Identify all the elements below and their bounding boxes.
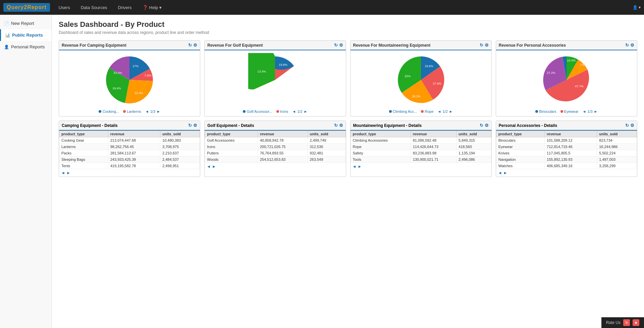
app-logo[interactable]: Query2Report (3, 3, 50, 12)
camping-legend-label-2: Lanterns (127, 109, 141, 113)
personal-refresh-icon[interactable]: ↻ (625, 43, 629, 48)
table-cell: 83,236,883.98 (411, 150, 456, 156)
personal-prev-icon[interactable]: ◄ (582, 109, 586, 113)
personal-next-icon[interactable]: ► (594, 109, 598, 113)
table-cell: 2,499,749 (308, 137, 345, 144)
golf-legend-item-2: Irons (276, 109, 288, 113)
camping-next-icon[interactable]: ► (157, 109, 160, 113)
charts-grid: Revenue For Camping Equipment ↻ ⚙ (59, 40, 637, 116)
table-cell: 823,734 (597, 137, 637, 144)
svg-text:27.2%: 27.2% (547, 71, 555, 75)
sidebar-item-personal-reports[interactable]: 👤 Personal Reports (0, 41, 52, 53)
golf-table-prev[interactable]: ◄ (207, 164, 211, 169)
camping-table-next[interactable]: ► (66, 171, 70, 175)
nav-users[interactable]: Users (57, 4, 72, 11)
camping-table-settings-icon[interactable]: ⚙ (193, 123, 197, 128)
table-row: Eyewear712,814,719.4616,244,986 (496, 144, 637, 150)
table-cell: 2,498,951 (160, 163, 200, 169)
mountaineering-table-settings-icon[interactable]: ⚙ (485, 123, 489, 128)
user-menu[interactable]: 👤 ▾ (633, 5, 641, 10)
sidebar-item-public-reports[interactable]: 📊 Public Reports (0, 29, 52, 41)
nav-help[interactable]: ❓ Help ▾ (141, 4, 164, 11)
table-cell: 5,502,224 (597, 150, 637, 156)
camping-settings-icon[interactable]: ⚙ (193, 43, 197, 48)
camping-col-units: units_sold (160, 131, 200, 137)
mountaineering-refresh-icon[interactable]: ↻ (480, 43, 483, 48)
rate-us-label: Rate Us (606, 320, 621, 325)
mountaineering-table-refresh-icon[interactable]: ↻ (480, 123, 483, 128)
mountaineering-settings-icon[interactable]: ⚙ (485, 43, 489, 48)
table-cell: 1,135,194 (457, 150, 491, 156)
pa-table-prev[interactable]: ◄ (498, 171, 502, 175)
mountaineering-prev-icon[interactable]: ◄ (438, 109, 441, 113)
nav-data-sources[interactable]: Data Sources (79, 4, 109, 11)
camping-chart-title: Revenue For Camping Equipment (62, 43, 126, 48)
golf-legend-item-1: Golf Accessor... (243, 109, 272, 113)
golf-table-title: Golf Equipment - Details (207, 123, 254, 128)
golf-table-nav: ◄ ► (205, 163, 345, 170)
pa-col-product: product_type (496, 131, 544, 137)
mountaineering-chart-header: Revenue For Mountaineering Equipment ↻ ⚙ (351, 41, 491, 50)
table-cell: 3,258,299 (597, 163, 637, 169)
personal-table-settings-icon[interactable]: ⚙ (630, 123, 634, 128)
table-cell: Navigation (496, 156, 544, 163)
personal-settings-icon[interactable]: ⚙ (630, 43, 634, 48)
tables-grid: Camping Equipment - Details ↻ ⚙ product_… (59, 121, 637, 177)
table-cell: Tools (351, 156, 411, 163)
table-cell: 243,933,425.39 (108, 156, 160, 163)
table-row: Rope114,426,644.73418,560 (351, 144, 491, 150)
sidebar-item-new-report[interactable]: 📄 New Report (0, 17, 52, 29)
personal-legend-item-2: Eyewear (560, 109, 579, 113)
table-cell: 5,849,315 (457, 137, 491, 144)
mountaineering-next-icon[interactable]: ► (449, 109, 453, 113)
golf-table-refresh-icon[interactable]: ↻ (334, 123, 338, 128)
personal-table-card: Personal Accessories - Details ↻ ⚙ produ… (496, 121, 637, 177)
mtn-col-units: units_sold (457, 131, 491, 137)
golf-legend-nav: ◄ 1/2 ► (292, 109, 307, 113)
mountaineering-legend-item-1: Climbing Acc... (389, 109, 417, 113)
rate-us-star-icon[interactable]: ★ (633, 319, 639, 326)
camping-legend: Cooking... Lanterns ◄ 1/3 ► (99, 109, 160, 113)
golf-table-next[interactable]: ► (212, 164, 216, 169)
sidebar-item-label-public-reports: Public Reports (12, 33, 43, 38)
svg-text:32%: 32% (405, 75, 411, 78)
camping-refresh-icon[interactable]: ↻ (188, 43, 192, 48)
mountaineering-legend-dot-1 (389, 110, 392, 113)
golf-page: 1/2 (297, 109, 302, 113)
golf-refresh-icon[interactable]: ↻ (334, 43, 338, 48)
mountaineering-chart-card: Revenue For Mountaineering Equipment ↻ ⚙ (350, 40, 492, 116)
mountaineering-legend-label-2: Rope (425, 109, 433, 113)
table-cell: 312,536 (308, 144, 345, 150)
svg-text:35%: 35% (287, 76, 293, 79)
golf-table-settings-icon[interactable]: ⚙ (339, 123, 343, 128)
table-cell: Rope (351, 144, 411, 150)
rate-us-icon[interactable]: ↻ (623, 319, 630, 326)
table-cell: 712,814,719.46 (545, 144, 597, 150)
svg-text:47.7%: 47.7% (575, 85, 584, 88)
mtn-table-next[interactable]: ► (358, 164, 362, 169)
svg-text:10.4%: 10.4% (567, 59, 576, 62)
golf-settings-icon[interactable]: ⚙ (339, 43, 343, 48)
mountaineering-data-table: product_type revenue units_sold Climbing… (351, 131, 491, 163)
svg-text:19.8%: 19.8% (279, 63, 288, 66)
mtn-table-prev[interactable]: ◄ (353, 164, 357, 169)
camping-legend-dot-2 (123, 110, 126, 113)
camping-table-header: Camping Equipment - Details ↻ ⚙ (59, 121, 200, 131)
camping-table-card: Camping Equipment - Details ↻ ⚙ product_… (59, 121, 200, 177)
pa-table-next[interactable]: ► (503, 171, 507, 175)
camping-table-prev[interactable]: ◄ (61, 171, 65, 175)
personal-chart-icons: ↻ ⚙ (625, 43, 634, 48)
camping-table-refresh-icon[interactable]: ↻ (188, 123, 192, 128)
nav-drivers[interactable]: Drivers (116, 4, 133, 11)
mountaineering-legend-label-1: Climbing Acc... (393, 109, 417, 113)
camping-chart-icons: ↻ ⚙ (188, 43, 197, 48)
table-row: Climbing Accessories81,096,582.485,849,3… (351, 137, 491, 144)
camping-prev-icon[interactable]: ◄ (145, 109, 149, 113)
golf-table-card: Golf Equipment - Details ↻ ⚙ product_typ… (204, 121, 346, 177)
golf-prev-icon[interactable]: ◄ (292, 109, 296, 113)
golf-table-header: Golf Equipment - Details ↻ ⚙ (205, 121, 345, 131)
personal-table-refresh-icon[interactable]: ↻ (625, 123, 629, 128)
public-reports-icon: 📊 (5, 33, 10, 38)
table-cell: Packs (59, 150, 108, 156)
golf-next-icon[interactable]: ► (304, 109, 307, 113)
